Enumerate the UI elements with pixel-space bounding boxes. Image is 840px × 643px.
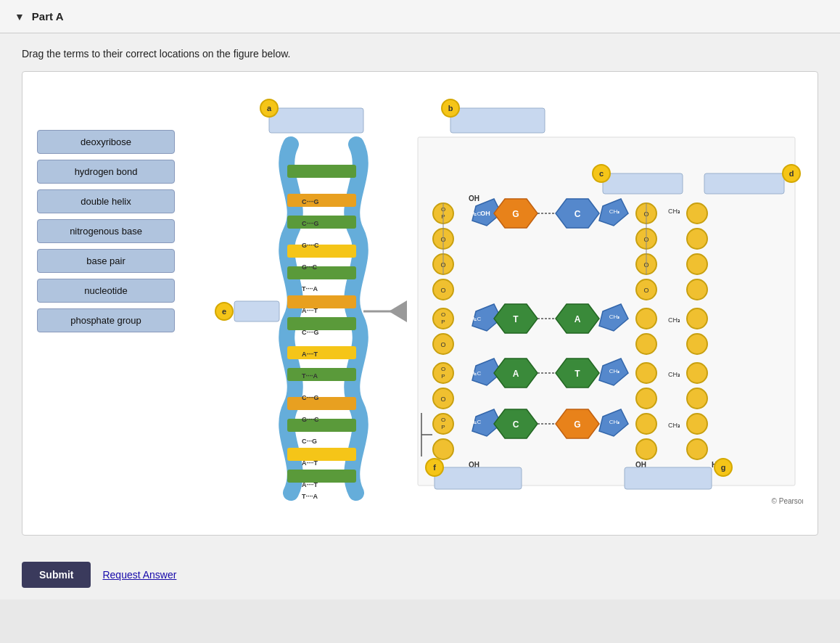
term-hydrogen-bond[interactable]: hydrogen bond	[37, 160, 175, 184]
phosphate-3rb	[636, 388, 656, 409]
main-content: Drag the terms to their correct location…	[0, 33, 840, 550]
page-header: ▼ Part A	[0, 0, 840, 33]
copyright-text: © Pearson	[772, 497, 803, 505]
svg-rect-5	[287, 448, 356, 461]
drop-zone-a-rect[interactable]	[269, 108, 363, 133]
phosphate-r4a	[687, 414, 707, 434]
phosphate-r4b	[687, 439, 707, 459]
svg-text:G: G	[512, 209, 519, 219]
svg-rect-12	[287, 470, 356, 483]
svg-text:O: O	[440, 341, 445, 348]
label-c-text: c	[599, 169, 604, 178]
phosphate-4b	[433, 439, 453, 459]
term-base-pair[interactable]: base pair	[37, 249, 175, 273]
svg-rect-0	[287, 194, 356, 207]
phosphate-r1d	[687, 279, 707, 300]
svg-rect-2	[287, 295, 356, 308]
svg-text:H₂C: H₂C	[471, 370, 482, 377]
svg-text:CH₃: CH₃	[609, 314, 620, 320]
svg-text:C····G: C····G	[302, 198, 319, 205]
part-label: Part A	[32, 10, 64, 22]
svg-text:T····A: T····A	[302, 285, 318, 292]
svg-text:A····T: A····T	[302, 481, 318, 488]
svg-text:G···C: G···C	[302, 263, 318, 271]
figure-container: a b	[175, 86, 803, 507]
phosphate-r1a	[687, 203, 707, 224]
drop-zone-b-rect[interactable]	[450, 108, 545, 133]
svg-rect-11	[287, 419, 356, 432]
phosphate-4ra	[636, 414, 656, 434]
term-deoxyribose[interactable]: deoxyribose	[37, 130, 175, 154]
svg-text:T: T	[575, 369, 580, 379]
drop-zone-d-rect[interactable]	[704, 173, 784, 194]
submit-button[interactable]: Submit	[22, 562, 91, 588]
svg-text:P: P	[441, 319, 445, 325]
svg-text:O: O	[440, 287, 445, 294]
terms-panel: deoxyribose hydrogen bond double helix n…	[37, 86, 175, 520]
collapse-arrow-icon[interactable]: ▼	[15, 11, 25, 22]
ch3-label-4: CH₃	[668, 422, 680, 429]
svg-rect-4	[287, 397, 356, 410]
drop-zone-c-rect[interactable]	[603, 173, 683, 194]
svg-rect-3	[287, 346, 356, 359]
svg-rect-1	[287, 245, 356, 258]
svg-text:G····C: G····C	[302, 242, 319, 249]
svg-text:O: O	[440, 396, 445, 403]
svg-text:A: A	[575, 314, 581, 324]
phosphate-r2a	[687, 308, 707, 329]
svg-text:O: O	[441, 311, 445, 318]
figure-area: a b	[175, 86, 803, 520]
request-answer-link[interactable]: Request Answer	[102, 569, 176, 581]
svg-text:A····T: A····T	[302, 459, 318, 467]
svg-text:C···G: C···G	[302, 438, 317, 445]
svg-text:H₂C: H₂C	[471, 419, 482, 425]
phosphate-r3a	[687, 363, 707, 383]
svg-text:H₂C: H₂C	[471, 316, 482, 322]
activity-box: deoxyribose hydrogen bond double helix n…	[22, 71, 818, 536]
svg-text:A····T: A····T	[302, 351, 318, 358]
drop-zone-e-rect[interactable]	[234, 301, 279, 322]
svg-text:G: G	[574, 419, 580, 430]
dna-helix-group: C····G C····G G····C G···C T····A A····T…	[287, 144, 361, 500]
phosphate-3ra	[636, 363, 656, 383]
svg-text:O: O	[441, 417, 445, 423]
term-nitrogenous-base[interactable]: nitrogenous base	[37, 219, 175, 243]
phosphate-r2b	[687, 334, 707, 354]
svg-rect-10	[287, 368, 356, 381]
instruction-text: Drag the terms to their correct location…	[22, 48, 818, 60]
term-double-helix[interactable]: double helix	[37, 189, 175, 213]
phosphate-r1b	[687, 229, 707, 249]
drop-zone-g-rect[interactable]	[625, 467, 712, 489]
ch3-label-3: CH₃	[668, 371, 680, 378]
figure-svg: a b	[175, 86, 803, 507]
svg-text:CH₃: CH₃	[609, 208, 620, 215]
svg-text:C····G: C····G	[302, 394, 319, 401]
ch3-label-1: CH₃	[668, 208, 680, 215]
oh-label-top: OH	[469, 194, 479, 202]
svg-text:O: O	[643, 287, 648, 294]
svg-text:O: O	[441, 366, 445, 372]
label-e-text: e	[222, 307, 226, 316]
svg-text:C····G: C····G	[302, 329, 319, 336]
term-phosphate-group[interactable]: phosphate group	[37, 308, 175, 332]
svg-text:P: P	[441, 424, 445, 430]
svg-text:CH₃: CH₃	[609, 419, 620, 425]
svg-text:G····C: G····C	[302, 416, 319, 423]
svg-text:C: C	[575, 209, 581, 219]
bottom-bar: Submit Request Answer	[0, 550, 840, 599]
svg-text:C····G: C····G	[302, 220, 319, 227]
label-d-text: d	[789, 169, 794, 178]
phosphate-2ra	[636, 308, 656, 329]
label-f-text: f	[433, 463, 436, 472]
svg-text:T: T	[513, 314, 519, 324]
svg-text:CH₃: CH₃	[609, 368, 620, 374]
term-nucleotide[interactable]: nucleotide	[37, 279, 175, 303]
svg-rect-8	[287, 266, 356, 279]
drop-zone-f-rect[interactable]	[435, 467, 522, 489]
svg-text:H₂C: H₂C	[471, 210, 482, 217]
svg-text:P: P	[441, 373, 445, 380]
svg-text:A····T: A····T	[302, 307, 318, 314]
svg-rect-9	[287, 317, 356, 330]
svg-rect-7	[287, 216, 356, 229]
label-a-text: a	[267, 104, 272, 112]
